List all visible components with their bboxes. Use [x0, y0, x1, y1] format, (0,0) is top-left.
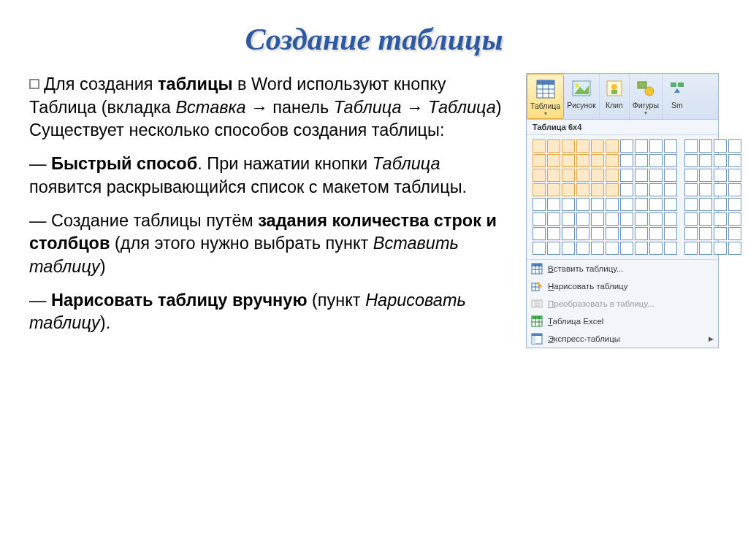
grid-cell[interactable] — [591, 242, 604, 255]
grid-cell[interactable] — [547, 169, 560, 182]
grid-cell[interactable] — [606, 183, 619, 196]
grid-cell[interactable] — [606, 212, 619, 226]
grid-cell[interactable] — [635, 139, 648, 153]
grid-cell[interactable] — [649, 139, 663, 153]
grid-cell[interactable] — [547, 212, 560, 226]
grid-cell[interactable] — [714, 242, 727, 255]
grid-cell[interactable] — [649, 242, 663, 255]
grid-cell[interactable] — [576, 198, 589, 211]
grid-cell[interactable] — [576, 183, 589, 196]
grid-cell[interactable] — [533, 139, 546, 153]
grid-cell[interactable] — [664, 169, 677, 182]
grid-cell[interactable] — [728, 198, 741, 211]
grid-cell[interactable] — [699, 169, 712, 182]
grid-cell[interactable] — [620, 198, 633, 211]
grid-cell[interactable] — [606, 227, 619, 240]
grid-cell[interactable] — [699, 242, 712, 255]
grid-cell[interactable] — [591, 154, 604, 167]
grid-cell[interactable] — [562, 242, 575, 255]
grid-cell[interactable] — [591, 139, 604, 153]
grid-cell[interactable] — [684, 183, 698, 196]
grid-cell[interactable] — [547, 198, 560, 211]
grid-cell[interactable] — [699, 139, 712, 153]
grid-cell[interactable] — [684, 139, 698, 153]
grid-cell[interactable] — [606, 154, 619, 167]
grid-cell[interactable] — [649, 169, 663, 182]
grid-cell[interactable] — [649, 212, 663, 226]
grid-cell[interactable] — [714, 183, 727, 196]
grid-cell[interactable] — [620, 139, 633, 153]
grid-cell[interactable] — [684, 198, 698, 211]
grid-cell[interactable] — [728, 242, 741, 255]
menu-excel-table[interactable]: Таблица Excel — [527, 312, 718, 330]
menu-insert-table[interactable]: Вставить таблицу... — [527, 260, 718, 277]
grid-cell[interactable] — [684, 154, 698, 167]
grid-cell[interactable] — [533, 169, 546, 182]
ribbon-table-button[interactable]: Таблица ▾ — [527, 74, 564, 119]
grid-cell[interactable] — [728, 169, 741, 182]
grid-cell[interactable] — [620, 183, 633, 196]
grid-cell[interactable] — [547, 183, 560, 196]
grid-cell[interactable] — [562, 227, 575, 240]
grid-cell[interactable] — [649, 183, 663, 196]
grid-cell[interactable] — [620, 154, 633, 167]
ribbon-shapes-button[interactable]: Фигуры ▾ — [630, 74, 663, 119]
grid-cell[interactable] — [728, 183, 741, 196]
grid-cell[interactable] — [591, 227, 604, 240]
grid-cell[interactable] — [684, 212, 698, 226]
grid-cell[interactable] — [728, 227, 741, 240]
grid-cell[interactable] — [664, 154, 677, 167]
grid-cell[interactable] — [635, 154, 648, 167]
grid-cell[interactable] — [664, 198, 677, 211]
grid-cell[interactable] — [714, 154, 727, 167]
ribbon-smartart-button[interactable]: Sm — [663, 74, 689, 119]
grid-cell[interactable] — [576, 154, 589, 167]
grid-cell[interactable] — [649, 198, 663, 211]
menu-express-tables[interactable]: Экспресс-таблицы ▶ — [527, 330, 718, 348]
grid-cell[interactable] — [591, 212, 604, 226]
grid-cell[interactable] — [728, 139, 741, 153]
grid-cell[interactable] — [562, 198, 575, 211]
grid-cell[interactable] — [620, 227, 633, 240]
grid-cell[interactable] — [533, 242, 546, 255]
grid-cell[interactable] — [699, 154, 712, 167]
grid-cell[interactable] — [728, 212, 741, 226]
grid-cell[interactable] — [649, 154, 663, 167]
grid-cell[interactable] — [664, 212, 677, 226]
grid-cell[interactable] — [684, 169, 698, 182]
grid-cell[interactable] — [606, 242, 619, 255]
grid-cell[interactable] — [620, 212, 633, 226]
grid-cell[interactable] — [714, 139, 727, 153]
grid-cell[interactable] — [714, 169, 727, 182]
grid-cell[interactable] — [620, 242, 633, 255]
grid-cell[interactable] — [562, 183, 575, 196]
grid-cell[interactable] — [606, 169, 619, 182]
grid-cell[interactable] — [714, 198, 727, 211]
grid-cell[interactable] — [714, 227, 727, 240]
grid-cell[interactable] — [562, 139, 575, 153]
grid-cell[interactable] — [664, 183, 677, 196]
grid-cell[interactable] — [699, 212, 712, 226]
grid-cell[interactable] — [533, 227, 546, 240]
ribbon-picture-button[interactable]: Рисунок — [564, 74, 600, 119]
grid-cell[interactable] — [635, 198, 648, 211]
grid-cell[interactable] — [562, 212, 575, 226]
grid-cell[interactable] — [684, 227, 698, 240]
grid-cell[interactable] — [576, 139, 589, 153]
grid-cell[interactable] — [547, 227, 560, 240]
grid-cell[interactable] — [664, 227, 677, 240]
grid-cell[interactable] — [533, 198, 546, 211]
grid-cell[interactable] — [547, 139, 560, 153]
grid-cell[interactable] — [562, 154, 575, 167]
grid-cell[interactable] — [649, 227, 663, 240]
grid-cell[interactable] — [547, 154, 560, 167]
grid-cell[interactable] — [533, 212, 546, 226]
grid-cell[interactable] — [576, 212, 589, 226]
grid-cell[interactable] — [699, 198, 712, 211]
grid-cell[interactable] — [699, 227, 712, 240]
grid-cell[interactable] — [606, 139, 619, 153]
grid-cell[interactable] — [635, 212, 648, 226]
grid-cell[interactable] — [533, 183, 546, 196]
grid-cell[interactable] — [591, 169, 604, 182]
grid-cell[interactable] — [591, 198, 604, 211]
